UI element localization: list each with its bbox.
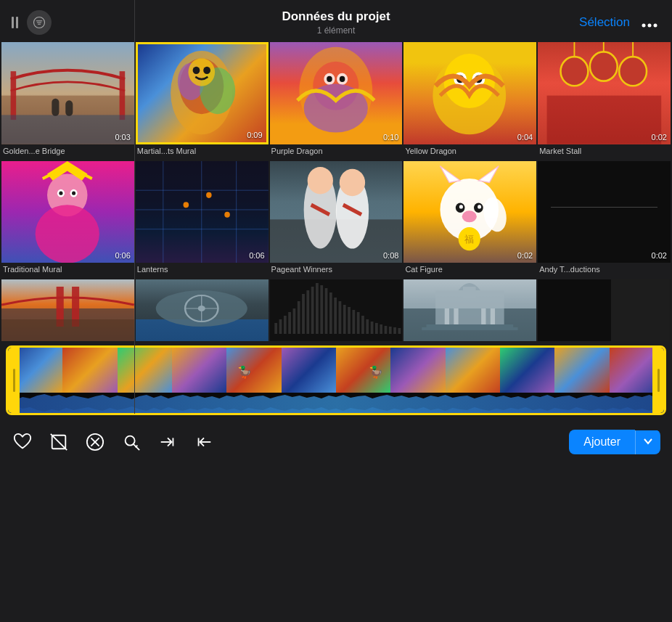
svg-rect-120 bbox=[422, 327, 518, 330]
svg-rect-108 bbox=[384, 326, 387, 334]
key-icon bbox=[122, 433, 141, 451]
list-item[interactable]: 0:06 Traditional Mural bbox=[1, 161, 134, 279]
svg-rect-98 bbox=[338, 301, 341, 334]
trim-end-icon bbox=[158, 433, 177, 451]
svg-marker-63 bbox=[441, 165, 461, 182]
svg-rect-100 bbox=[348, 307, 351, 334]
media-duration: 0:02 bbox=[652, 133, 667, 142]
svg-rect-99 bbox=[343, 305, 345, 334]
svg-point-59 bbox=[307, 167, 332, 194]
filter-button[interactable] bbox=[27, 10, 52, 35]
remove-button[interactable] bbox=[84, 431, 106, 453]
header-center: Données du projet 1 élément bbox=[282, 9, 390, 36]
svg-point-26 bbox=[339, 76, 345, 82]
trim-start-button[interactable] bbox=[193, 431, 215, 453]
trim-button[interactable] bbox=[120, 431, 142, 453]
media-grid: 0:03 Golden...e Bridge bbox=[0, 42, 672, 341]
list-item[interactable] bbox=[270, 279, 403, 341]
svg-rect-12 bbox=[52, 99, 59, 116]
svg-rect-117 bbox=[482, 308, 486, 327]
media-thumb-cat: 福 0:02 bbox=[403, 161, 536, 263]
pause-button[interactable] bbox=[12, 17, 18, 28]
list-item[interactable]: 0:04 Yellow Dragon bbox=[403, 42, 536, 160]
media-thumb-andy: 0:02 bbox=[538, 161, 671, 263]
more-button[interactable] bbox=[642, 15, 657, 31]
svg-rect-121 bbox=[403, 279, 536, 308]
media-duration: 0:10 bbox=[383, 133, 398, 142]
add-button[interactable]: Ajouter bbox=[569, 430, 635, 454]
favorite-button[interactable] bbox=[12, 431, 33, 453]
list-item[interactable]: 0:02 Market Stall bbox=[538, 42, 671, 160]
svg-point-68 bbox=[478, 205, 482, 208]
project-title: Données du projet bbox=[282, 9, 390, 24]
svg-point-69 bbox=[462, 210, 477, 222]
svg-rect-87 bbox=[288, 312, 291, 334]
svg-point-54 bbox=[183, 202, 189, 208]
svg-rect-88 bbox=[292, 308, 295, 334]
media-duration: 0:02 bbox=[652, 251, 667, 260]
chevron-down-icon bbox=[643, 436, 653, 446]
svg-point-18 bbox=[188, 58, 215, 86]
svg-rect-115 bbox=[445, 308, 449, 327]
header-right-controls: Sélection bbox=[579, 15, 657, 31]
media-thumb-traditional: 0:06 bbox=[1, 161, 134, 263]
svg-rect-107 bbox=[380, 324, 382, 334]
media-label: Pageant Winners bbox=[270, 263, 403, 278]
svg-rect-97 bbox=[334, 298, 337, 334]
svg-point-34 bbox=[561, 57, 589, 86]
no-crop-button[interactable] bbox=[48, 431, 70, 453]
list-item[interactable] bbox=[403, 279, 536, 341]
svg-point-29 bbox=[444, 54, 496, 108]
media-label: Purple Dragon bbox=[270, 144, 403, 160]
svg-point-20 bbox=[203, 67, 210, 74]
svg-rect-91 bbox=[306, 290, 309, 334]
svg-point-42 bbox=[36, 205, 99, 263]
svg-rect-89 bbox=[297, 301, 300, 334]
svg-rect-93 bbox=[316, 283, 319, 334]
media-thumb-pageant: 0:08 bbox=[270, 161, 403, 263]
list-item[interactable]: 0:03 Golden...e Bridge bbox=[1, 42, 134, 160]
timeline-left-handle[interactable] bbox=[8, 348, 20, 413]
list-item[interactable]: 0:08 Pageant Winners bbox=[270, 161, 403, 279]
media-duration: 0:08 bbox=[383, 251, 398, 260]
list-item[interactable]: 0:02 Andy T...ductions bbox=[538, 161, 671, 279]
list-item[interactable]: 0:06 Lanterns bbox=[136, 161, 269, 279]
media-duration: 0:02 bbox=[517, 251, 533, 260]
timeline-strip: 🦆 🦆 bbox=[6, 345, 666, 415]
media-thumb-purple-dragon: 0:10 bbox=[270, 42, 403, 144]
list-item[interactable]: 0:09 Martial...ts Mural bbox=[136, 42, 269, 160]
selection-button[interactable]: Sélection bbox=[579, 15, 630, 30]
no-crop-icon bbox=[49, 433, 68, 451]
list-item[interactable] bbox=[538, 279, 671, 341]
media-thumb-golden-gate: 0:03 bbox=[1, 42, 134, 144]
duck-marker-1: 🦆 bbox=[237, 365, 252, 379]
media-label: Cat Figure bbox=[403, 263, 536, 278]
media-label: Martial...ts Mural bbox=[136, 144, 269, 160]
svg-rect-47 bbox=[136, 161, 269, 263]
svg-point-6 bbox=[654, 23, 657, 27]
timeline-right-handle[interactable] bbox=[652, 348, 664, 413]
svg-rect-92 bbox=[311, 287, 314, 334]
svg-point-25 bbox=[327, 76, 332, 82]
svg-rect-106 bbox=[375, 323, 378, 334]
trim-end-button[interactable] bbox=[157, 431, 179, 453]
trim-start-icon bbox=[194, 433, 213, 451]
svg-rect-57 bbox=[270, 219, 403, 263]
svg-point-56 bbox=[224, 211, 230, 217]
more-icon bbox=[642, 23, 657, 28]
svg-point-46 bbox=[72, 191, 75, 195]
list-item[interactable]: 0:10 Purple Dragon bbox=[270, 42, 403, 160]
list-item[interactable]: 福 0:02 Cat Figure bbox=[403, 161, 536, 279]
svg-point-61 bbox=[339, 168, 364, 195]
waveform-svg bbox=[8, 393, 664, 413]
add-chevron-button[interactable] bbox=[635, 430, 660, 454]
timeline-section: 🦆 🦆 bbox=[0, 341, 672, 415]
media-label: Market Stall bbox=[538, 144, 671, 160]
media-label: Traditional Mural bbox=[1, 263, 134, 278]
media-duration: 0:09 bbox=[247, 131, 262, 139]
duck-marker-2: 🦆 bbox=[369, 365, 383, 379]
list-item[interactable] bbox=[1, 279, 134, 341]
list-item[interactable] bbox=[136, 279, 269, 341]
svg-rect-102 bbox=[356, 312, 359, 334]
media-thumb-mural-selected: 0:09 bbox=[136, 42, 269, 144]
